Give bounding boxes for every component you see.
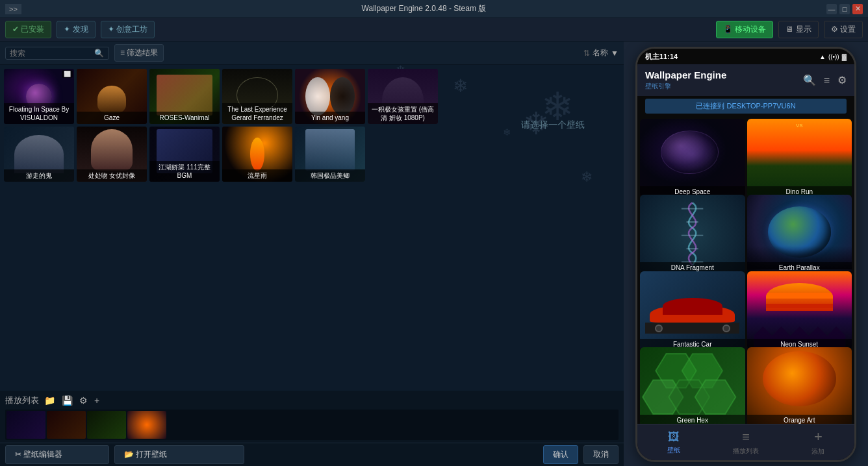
playlist-thumb-item[interactable] [87,411,126,439]
app-title: Wallpaper Engine [645,69,726,80]
playlist-thumb-item[interactable] [6,411,45,439]
cancel-button[interactable]: 取消 [583,445,619,464]
battery-icon: ▓ [842,53,847,60]
installed-button[interactable]: ✔ 已安装 [5,21,51,38]
right-panel: 机主11:14 ▲ ((•)) ▓ Wallpaper Engine 壁纸引擎 … [624,42,868,466]
phone-wallpaper-item[interactable]: DNA Fragment [640,195,745,273]
playlist-nav-label: 播放列表 [733,447,759,456]
app-top-row: Wallpaper Engine 壁纸引擎 🔍 ≡ ⚙ [645,69,847,91]
action-bar: ✂ 壁纸编辑器 📂 打开壁纸 确认 取消 [0,443,624,466]
mobile-button[interactable]: 📱 移动设备 [716,21,773,38]
wifi-icon: ((•)) [828,53,839,60]
wallpaper-label: ROSES-Wanimal [149,112,220,124]
playlist-save-button[interactable]: 💾 [60,394,74,407]
playlist-settings-button[interactable]: ⚙ [78,394,89,407]
discover-button[interactable]: ✦ 发现 [57,21,95,38]
confirm-button[interactable]: 确认 [543,445,578,464]
settings-button[interactable]: ⚙ 设置 [824,21,863,38]
phone-wallpaper-item[interactable]: Earth Parallax [747,195,852,273]
main-container: ❄ ❄ ❄ ❄ ❄ ❄ 🔍 ≡ 筛选结果 ⇅ 名称 ▼ 请选择一个壁纸 [0,42,868,466]
phone-wp-label: Green Hex [640,415,745,424]
wallpaper-nav-icon: 🖼 [668,430,680,444]
display-button[interactable]: 🖥 显示 [778,21,818,38]
sort-area: ⇅ 名称 ▼ [583,47,619,58]
phone-status-bar: 机主11:14 ▲ ((•)) ▓ [637,49,854,64]
wallpaper-label: Gaze [77,112,147,124]
sort-label: 名称 [593,47,608,58]
playlist-nav-icon: ≡ [742,430,750,445]
nav-bar: ✔ 已安装 ✦ 发现 ✦ 创意工坊 📱 移动设备 🖥 显示 ⚙ 设置 [0,18,868,42]
phone-filter-button[interactable]: ≡ [824,74,830,86]
minimize-button[interactable]: — [826,4,837,14]
grid-row-1: ⬜ Floating In Space By VISUALDON Gaze RO… [4,69,620,124]
playlist-add-button[interactable]: + [93,394,101,407]
phone-nav-wallpaper[interactable]: 🖼 壁纸 [637,424,709,460]
wallpaper-item[interactable]: ⬜ Floating In Space By VISUALDON [4,69,74,124]
wallpaper-item[interactable]: 游走的鬼 [4,127,74,182]
phone-wallpaper-item[interactable]: Neon Sunset [747,271,852,350]
grid-row-2: 游走的鬼 处处吻 女优封像 江湖娇渠 111完整BGM [4,127,620,182]
wallpaper-label: 江湖娇渠 111完整BGM [149,161,220,182]
phone-time: 机主11:14 [645,52,678,62]
playlist-header: 播放列表 📁 💾 ⚙ + [0,391,624,410]
phone-nav-playlist[interactable]: ≡ 播放列表 [709,424,782,460]
phone-search-button[interactable]: 🔍 [803,74,816,86]
signal-icon: ▲ [819,53,826,60]
wallpaper-item[interactable]: The Last Experience Gerard Ferrandez [222,69,292,124]
search-icon: 🔍 [94,49,104,58]
left-panel: ❄ ❄ ❄ ❄ ❄ ❄ 🔍 ≡ 筛选结果 ⇅ 名称 ▼ 请选择一个壁纸 [0,42,624,466]
sort-arrows-icon: ⇅ [583,49,590,58]
window-controls: — □ ✕ [826,4,863,14]
connected-badge: 已连接到 DESKTOP-PP7VU6N [645,99,847,114]
wallpaper-label: 一积极女孩重置 (僧高清 妍妆 1080P) [368,103,438,124]
add-nav-icon: + [814,428,823,445]
playlist-area: 播放列表 📁 💾 ⚙ + [0,391,624,443]
wallpaper-label: 处处吻 女优封像 [77,169,147,182]
wallpaper-item[interactable]: Gaze [77,69,147,124]
phone-wallpaper-grid: Deep Space VS Dino Run [637,116,854,424]
playlist-folder-button[interactable]: 📁 [43,394,57,407]
phone-status-icons: ▲ ((•)) ▓ [819,53,847,60]
editor-button[interactable]: ✂ 壁纸编辑器 [5,445,109,464]
open-wallpaper-button[interactable]: 📂 打开壁纸 [114,445,244,464]
phone-settings-button[interactable]: ⚙ [837,74,847,86]
wallpaper-item[interactable]: Yin and yang [295,69,365,124]
phone-wp-label: Orange Art [747,415,852,424]
wallpaper-item[interactable]: 一积极女孩重置 (僧高清 妍妆 1080P) [368,69,438,124]
wallpaper-item[interactable]: 处处吻 女优封像 [77,127,147,182]
phone-nav-add[interactable]: + 添加 [782,424,854,460]
wallpaper-item[interactable]: ROSES-Wanimal [149,69,220,124]
playlist-strip [5,410,619,440]
phone-wallpaper-item[interactable]: VS Dino Run [747,119,852,197]
app-title: Wallpaper Engine 2.0.48 - Steam 版 [21,3,826,14]
phone-wp-thumb [640,119,745,197]
wallpaper-label: 游走的鬼 [4,169,74,182]
close-button[interactable]: ✕ [852,4,863,14]
playlist-thumb-item[interactable] [47,411,86,439]
phone-wallpaper-item[interactable]: Orange Art [747,347,852,424]
wallpaper-item[interactable]: 江湖娇渠 111完整BGM [149,127,220,182]
phone-wallpaper-item[interactable]: Fantastic Car [640,271,745,350]
phone-wp-thumb: VS [747,119,852,197]
wallpaper-item[interactable]: 韩国极品美鲫 [295,127,365,182]
title-bar: >> Wallpaper Engine 2.0.48 - Steam 版 — □… [0,0,868,18]
skip-button[interactable]: >> [5,4,21,14]
playlist-label: 播放列表 [5,395,39,406]
wallpaper-nav-label: 壁纸 [667,446,680,455]
search-input[interactable] [10,49,94,58]
wallpaper-grid: 请选择一个壁纸 ⬜ Floating In Space By VISUALDON… [0,65,624,391]
wallpaper-item[interactable]: 流星雨 [222,127,292,182]
wallpaper-label: Floating In Space By VISUALDON [4,103,74,124]
playlist-thumb-item[interactable] [127,411,166,439]
workshop-button[interactable]: ✦ 创意工坊 [101,21,155,38]
wallpaper-label: 韩国极品美鲫 [295,169,365,182]
phone-wallpaper-item[interactable]: Green Hex [640,347,745,424]
wallpaper-label: Yin and yang [295,112,365,124]
phone-wp-thumb [747,347,852,424]
filter-button[interactable]: ≡ 筛选结果 [114,44,164,62]
app-title-area: Wallpaper Engine 壁纸引擎 [645,69,726,91]
phone-wallpaper-item[interactable]: Deep Space [640,119,745,197]
maximize-button[interactable]: □ [839,4,850,14]
app-subtitle: 壁纸引擎 [645,82,726,91]
playlist-thumbnails [5,410,619,440]
